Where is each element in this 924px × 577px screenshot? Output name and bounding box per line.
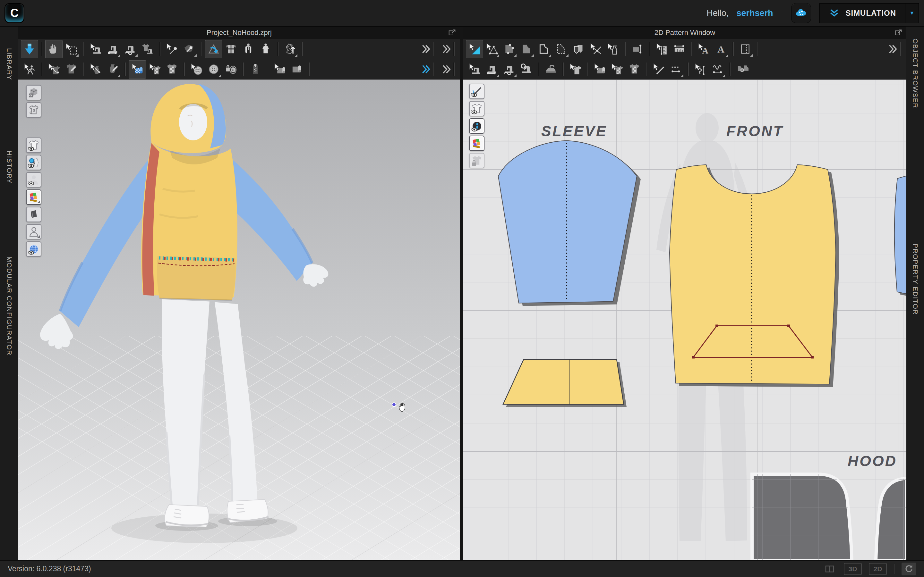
edit-fabric-button[interactable] bbox=[591, 60, 608, 79]
edit-pattern-button[interactable] bbox=[483, 40, 501, 58]
avatar-motion-button[interactable] bbox=[21, 60, 38, 79]
edit-texture-button[interactable] bbox=[129, 60, 146, 79]
edit-sewing-button[interactable] bbox=[466, 60, 483, 79]
rail-tab-modular-configurator[interactable]: MODULAR CONFIGURATOR bbox=[5, 256, 13, 356]
username-link[interactable]: serhserh bbox=[736, 8, 773, 18]
rail-tab-property-editor[interactable]: PROPERTY EDITOR bbox=[911, 243, 919, 315]
show-fabric-toggle[interactable] bbox=[26, 207, 41, 222]
2d-canvas[interactable]: SLEEVE FRONT HOOD bbox=[463, 80, 906, 560]
measure-button[interactable] bbox=[670, 40, 688, 58]
garment-fit-map-toggle[interactable] bbox=[26, 102, 41, 118]
segment-sewing-button[interactable] bbox=[483, 60, 501, 79]
3d-window-popout-button[interactable] bbox=[447, 28, 457, 38]
split-view-button[interactable] bbox=[822, 563, 837, 575]
show-garment-toggle[interactable] bbox=[26, 137, 41, 153]
sew-garment-button[interactable] bbox=[139, 40, 156, 58]
lock-pattern-toggle[interactable] bbox=[469, 153, 485, 168]
2d-window-titlebar[interactable]: 2D Pattern Window bbox=[463, 27, 906, 39]
3d-view-toggle[interactable]: 3D bbox=[844, 563, 862, 575]
pin-button[interactable] bbox=[163, 40, 181, 58]
show-info-toggle[interactable] bbox=[469, 118, 485, 134]
simulation-mode-button[interactable]: SIMULATION bbox=[820, 3, 905, 23]
simulate-button[interactable] bbox=[21, 40, 38, 58]
arrangement-points-button[interactable] bbox=[222, 40, 240, 58]
check-sewing-button[interactable] bbox=[518, 60, 535, 79]
cut-and-sew-button[interactable] bbox=[587, 40, 604, 58]
pocket-pattern[interactable] bbox=[503, 359, 627, 407]
dress-avatar-button[interactable] bbox=[257, 40, 274, 58]
front-pattern[interactable] bbox=[670, 165, 839, 387]
3d-viewport[interactable] bbox=[18, 79, 460, 560]
button-kind-button[interactable] bbox=[205, 60, 222, 79]
drape-garment-button[interactable] bbox=[240, 40, 257, 58]
show-pattern-toggle[interactable] bbox=[26, 155, 41, 170]
select-garment-button[interactable] bbox=[567, 60, 584, 79]
transform-pattern-button[interactable] bbox=[466, 40, 483, 58]
select-move-button[interactable] bbox=[45, 40, 63, 58]
show-sewing-toggle[interactable] bbox=[469, 84, 485, 99]
trace-pattern-button[interactable] bbox=[552, 40, 570, 58]
clone-pattern-button[interactable] bbox=[733, 60, 751, 79]
pin-to-3d-button[interactable] bbox=[181, 40, 198, 58]
reset-2d-arrangement-button[interactable] bbox=[205, 40, 222, 58]
edit-avatar-curve-button[interactable] bbox=[87, 60, 104, 79]
avatar-display-toggle[interactable] bbox=[26, 224, 41, 239]
edit-baseline-button[interactable] bbox=[650, 60, 667, 79]
free-sewing-button[interactable] bbox=[104, 40, 121, 58]
edit-curvature-button[interactable] bbox=[501, 40, 518, 58]
more-tools-button[interactable] bbox=[883, 40, 897, 58]
buttonhole-button[interactable] bbox=[222, 60, 240, 79]
baseline-button[interactable] bbox=[667, 60, 685, 79]
rail-tab-library[interactable]: LIBRARY bbox=[5, 48, 13, 80]
render-style-toggle[interactable] bbox=[26, 85, 41, 100]
2d-window-popout-button[interactable] bbox=[893, 28, 903, 38]
3d-canvas[interactable] bbox=[18, 80, 460, 560]
colorways-toggle[interactable] bbox=[469, 135, 485, 151]
mode-dropdown-caret[interactable]: ▼ bbox=[905, 3, 919, 23]
pleats-button[interactable] bbox=[737, 40, 754, 58]
edit-shirring-button[interactable] bbox=[692, 60, 709, 79]
reset-view-button[interactable] bbox=[901, 562, 916, 575]
app-logo[interactable]: C bbox=[5, 4, 24, 23]
free-sewing-button[interactable] bbox=[501, 60, 518, 79]
grading-button[interactable] bbox=[629, 40, 646, 58]
edit-measurement-button[interactable] bbox=[653, 40, 670, 58]
colorways-toggle[interactable] bbox=[26, 189, 41, 205]
pattern-outline-button[interactable] bbox=[535, 40, 552, 58]
more-tools-button[interactable] bbox=[437, 60, 451, 79]
more-tools-button[interactable] bbox=[417, 60, 430, 79]
sleeve2-pattern[interactable] bbox=[895, 176, 906, 297]
mesh-quality-button[interactable] bbox=[281, 40, 299, 58]
zipper-button[interactable] bbox=[247, 60, 264, 79]
add-point-button[interactable] bbox=[518, 40, 535, 58]
3d-window-titlebar[interactable]: Project_NoHood.zprj bbox=[18, 27, 460, 39]
steam-iron-button[interactable] bbox=[542, 60, 559, 79]
edit-garment-curve-button[interactable] bbox=[45, 60, 63, 79]
garment-texture-button[interactable] bbox=[626, 60, 643, 79]
2d-view-toggle[interactable]: 2D bbox=[869, 563, 887, 575]
edit-text-button[interactable] bbox=[695, 40, 712, 58]
show-environment-toggle[interactable] bbox=[26, 242, 41, 257]
draw-garment-line-button[interactable] bbox=[63, 60, 80, 79]
sleeve-pattern[interactable] bbox=[498, 141, 641, 306]
avatar[interactable] bbox=[40, 84, 328, 527]
curve-sewing-button[interactable] bbox=[121, 40, 139, 58]
rectangle-selection-button[interactable] bbox=[63, 40, 80, 58]
edit-garment-texture-button[interactable] bbox=[146, 60, 163, 79]
draw-avatar-line-button[interactable] bbox=[104, 60, 121, 79]
edit-fabric-roll-button[interactable] bbox=[271, 60, 288, 79]
more-tools-button[interactable] bbox=[437, 40, 451, 58]
segment-sewing-button[interactable] bbox=[87, 40, 104, 58]
rail-tab-history[interactable]: HISTORY bbox=[5, 151, 13, 184]
show-avatar-toggle[interactable] bbox=[26, 172, 41, 187]
text-button[interactable] bbox=[712, 40, 730, 58]
edit-garment-texture-button[interactable] bbox=[608, 60, 626, 79]
shirring-button[interactable] bbox=[709, 60, 726, 79]
button-tool-button[interactable] bbox=[188, 60, 205, 79]
fabric-roll-button[interactable] bbox=[288, 60, 306, 79]
pattern-draft-button[interactable] bbox=[604, 40, 622, 58]
show-garment-toggle[interactable] bbox=[469, 101, 485, 116]
seam-allowance-button[interactable] bbox=[570, 40, 587, 58]
rail-tab-object-browser[interactable]: OBJECT BROWSER bbox=[911, 39, 919, 108]
clo-cloud-button[interactable] bbox=[791, 3, 811, 23]
